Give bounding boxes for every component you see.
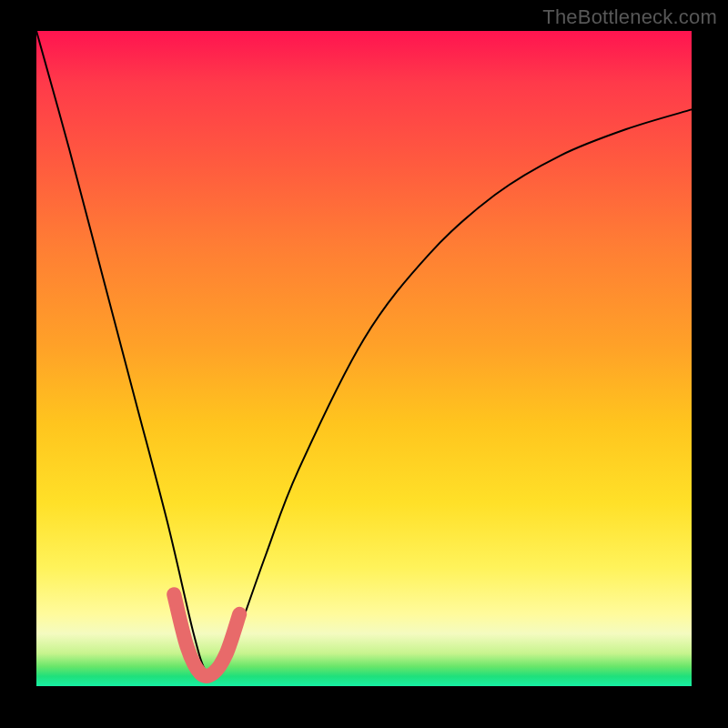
chart-plot-area [36, 31, 692, 686]
optimal-range-highlight [174, 594, 239, 676]
chart-svg [36, 31, 692, 686]
chart-frame: TheBottleneck.com [0, 0, 728, 728]
bottleneck-curve-line [36, 31, 692, 677]
watermark-text: TheBottleneck.com [542, 5, 717, 29]
